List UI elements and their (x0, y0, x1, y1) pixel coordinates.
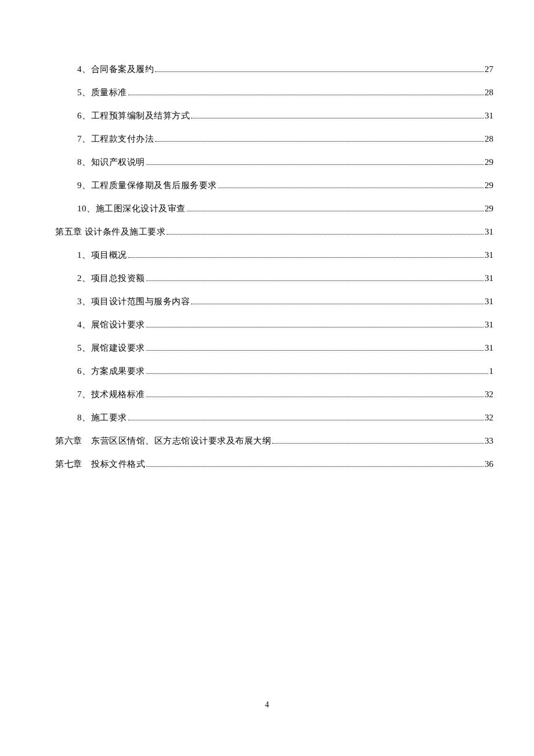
toc-entry: 3、项目设计范围与服务内容31 (77, 296, 493, 307)
toc-entry-page: 32 (485, 412, 493, 423)
toc-entry-label: 5、展馆建设要求 (77, 343, 145, 353)
toc-entry-page: 29 (485, 157, 493, 167)
toc-entry: 8、施工要求32 (77, 412, 493, 423)
toc-entry-page: 29 (485, 180, 493, 190)
toc-entry: 第六章 东营区区情馆、区方志馆设计要求及布展大纲33 (55, 435, 493, 446)
toc-entry: 第七章 投标文件格式36 (55, 459, 493, 469)
toc-leader-dots (146, 373, 488, 374)
toc-entry-label: 第五章 设计条件及施工要求 (55, 226, 165, 237)
toc-entry-label: 7、技术规格标准 (77, 389, 145, 399)
toc-entry-page: 31 (485, 319, 493, 330)
toc-entry: 5、展馆建设要求31 (77, 343, 493, 353)
toc-entry: 4、合同备案及履约27 (77, 64, 493, 74)
toc-entry-label: 10、施工图深化设计及审查 (77, 203, 186, 214)
toc-entry-label: 第七章 投标文件格式 (55, 459, 145, 469)
toc-entry-label: 1、项目概况 (77, 250, 127, 260)
toc-leader-dots (146, 280, 484, 281)
toc-entry-page: 28 (485, 87, 493, 98)
toc-leader-dots (146, 350, 484, 351)
toc-entry-page: 31 (485, 343, 493, 353)
toc-entry-page: 1 (489, 366, 494, 376)
toc-entry: 1、项目概况31 (77, 250, 493, 260)
toc-entry-page: 32 (485, 389, 493, 399)
toc-leader-dots (187, 210, 484, 211)
toc-leader-dots (128, 257, 484, 258)
toc-entry-page: 31 (485, 273, 493, 283)
toc-entry: 2、项目总投资额31 (77, 273, 493, 283)
page-number: 4 (0, 700, 534, 710)
toc-entry-page: 31 (485, 110, 493, 121)
table-of-contents: 4、合同备案及履约275、质量标准286、工程预算编制及结算方式317、工程款支… (55, 64, 493, 469)
toc-leader-dots (146, 326, 484, 327)
toc-leader-dots (128, 94, 484, 95)
toc-entry-page: 31 (485, 250, 493, 260)
toc-entry-page: 36 (485, 459, 493, 469)
toc-entry-label: 5、质量标准 (77, 87, 127, 98)
document-page: 4、合同备案及履约275、质量标准286、工程预算编制及结算方式317、工程款支… (0, 0, 534, 469)
toc-leader-dots (146, 164, 484, 165)
toc-entry-label: 3、项目设计范围与服务内容 (77, 296, 190, 307)
toc-entry: 第五章 设计条件及施工要求31 (55, 226, 493, 237)
toc-leader-dots (218, 187, 484, 188)
toc-leader-dots (128, 419, 484, 420)
toc-entry-label: 4、合同备案及履约 (77, 64, 154, 74)
toc-entry-page: 31 (485, 296, 493, 307)
toc-leader-dots (191, 303, 484, 304)
toc-leader-dots (272, 442, 484, 444)
toc-entry-page: 27 (485, 64, 493, 74)
toc-leader-dots (155, 141, 484, 142)
toc-entry-label: 2、项目总投资额 (77, 273, 145, 283)
toc-leader-dots (167, 233, 484, 235)
toc-entry: 10、施工图深化设计及审查29 (77, 203, 493, 214)
toc-entry: 8、知识产权说明29 (77, 157, 493, 167)
toc-entry: 6、方案成果要求1 (77, 366, 493, 376)
toc-entry-label: 第六章 东营区区情馆、区方志馆设计要求及布展大纲 (55, 435, 271, 446)
toc-entry-label: 9、工程质量保修期及售后服务要求 (77, 180, 217, 190)
toc-leader-dots (155, 71, 484, 72)
toc-entry-label: 6、工程预算编制及结算方式 (77, 110, 190, 121)
toc-entry-label: 8、知识产权说明 (77, 157, 145, 167)
toc-entry-page: 33 (485, 435, 493, 446)
toc-entry: 5、质量标准28 (77, 87, 493, 98)
toc-entry-label: 4、展馆设计要求 (77, 319, 145, 330)
toc-entry-label: 6、方案成果要求 (77, 366, 145, 376)
toc-leader-dots (146, 396, 484, 397)
toc-entry-page: 31 (485, 226, 493, 237)
toc-leader-dots (191, 117, 484, 118)
toc-entry: 4、展馆设计要求31 (77, 319, 493, 330)
toc-entry-label: 8、施工要求 (77, 412, 127, 423)
toc-leader-dots (146, 466, 484, 467)
toc-entry: 7、技术规格标准32 (77, 389, 493, 399)
toc-entry: 9、工程质量保修期及售后服务要求29 (77, 180, 493, 190)
toc-entry-page: 29 (485, 203, 493, 214)
toc-entry-page: 28 (485, 134, 493, 144)
toc-entry-label: 7、工程款支付办法 (77, 134, 154, 144)
toc-entry: 6、工程预算编制及结算方式31 (77, 110, 493, 121)
toc-entry: 7、工程款支付办法28 (77, 134, 493, 144)
